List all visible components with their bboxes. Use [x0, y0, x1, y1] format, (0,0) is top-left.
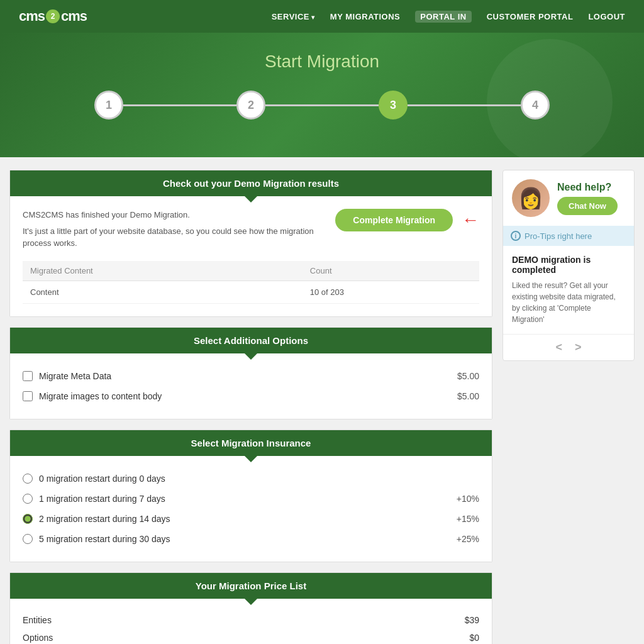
option-label-1: Migrate Meta Data [39, 371, 111, 381]
nav-user2[interactable]: CUSTOMER PORTAL [487, 12, 574, 21]
price-label-options: Options [23, 633, 53, 643]
insurance-row-0: 0 migration restart during 0 days [23, 469, 479, 489]
hero: Start Migration 1 2 3 4 [0, 33, 644, 157]
option-price-2: $5.00 [457, 391, 479, 401]
step-3[interactable]: 3 [379, 91, 408, 119]
step-circle-2: 2 [236, 91, 265, 119]
tip-text: Liked the result? Get all your existing … [512, 280, 625, 325]
pro-tips-bar: i Pro-Tips right here [503, 226, 634, 246]
table-row: Content 10 of 203 [23, 280, 479, 303]
demo-line1: CMS2CMS has finished your Demo Migration… [23, 209, 335, 221]
nav-service[interactable]: SERVICE [272, 12, 315, 21]
step-2[interactable]: 2 [236, 91, 265, 119]
option-left-2: Migrate images to content body [23, 391, 162, 401]
price-label-entities: Entities [23, 615, 52, 625]
price-row-options: Options $0 [23, 629, 479, 645]
insurance-row-3: 5 migration restart during 30 days +25% [23, 529, 479, 549]
avatar: 👩 [512, 179, 550, 217]
insurance-radio-3[interactable] [23, 534, 33, 544]
avatar-face: 👩 [518, 186, 543, 210]
pro-tips-label: Pro-Tips right here [525, 231, 592, 241]
arrow-indicator: ← [462, 211, 479, 229]
tip-body: DEMO migration is completed Liked the re… [503, 246, 634, 334]
option-left-1: Migrate Meta Data [23, 371, 111, 381]
card-next-button[interactable]: > [575, 341, 582, 354]
step-4[interactable]: 4 [521, 91, 550, 119]
insurance-left-2: 2 migration restart during 14 days [23, 514, 170, 524]
insurance-price-3: +25% [457, 534, 479, 544]
demo-section-header: Check out your Demo Migration results [10, 170, 492, 196]
insurance-section: Select Migration Insurance 0 migration r… [9, 430, 492, 562]
help-top: 👩 Need help? Chat Now [503, 170, 634, 226]
chat-now-button[interactable]: Chat Now [557, 197, 618, 215]
help-right: Need help? Chat Now [557, 182, 618, 215]
insurance-label-1: 1 migration restart during 7 days [39, 494, 165, 504]
insurance-price-2: +15% [457, 514, 479, 524]
price-value-entities: $39 [465, 615, 479, 625]
logo-text-cms1: cms [19, 8, 45, 25]
option-checkbox-1[interactable] [23, 371, 33, 381]
option-row-2: Migrate images to content body $5.00 [23, 386, 479, 406]
options-body: Migrate Meta Data $5.00 Migrate images t… [10, 353, 492, 419]
demo-text: CMS2CMS has finished your Demo Migration… [23, 209, 335, 253]
step-line-1 [123, 104, 236, 106]
page-body: Check out your Demo Migration results CM… [0, 157, 644, 644]
demo-line2: It's just a little part of your website … [23, 225, 335, 250]
table-cell-value: 10 of 203 [303, 280, 479, 303]
sidebar: 👩 Need help? Chat Now i Pro-Tips right h… [502, 170, 635, 644]
insurance-price-1: +10% [457, 494, 479, 504]
step-circle-3: 3 [379, 91, 408, 119]
insurance-label-2: 2 migration restart during 14 days [39, 514, 170, 524]
insurance-row-1: 1 migration restart during 7 days +10% [23, 489, 479, 509]
insurance-section-header: Select Migration Insurance [10, 430, 492, 456]
table-col2-header: Count [303, 261, 479, 281]
info-icon: i [511, 231, 521, 241]
insurance-row-2: 2 migration restart during 14 days +15% [23, 509, 479, 529]
step-circle-4: 4 [521, 91, 550, 119]
table-col1-header: Migrated Content [23, 261, 303, 281]
step-line-3 [408, 104, 521, 106]
insurance-body: 0 migration restart during 0 days 1 migr… [10, 456, 492, 562]
step-line-2 [265, 104, 379, 106]
nav-logout[interactable]: LOGOUT [588, 12, 625, 21]
insurance-label-3: 5 migration restart during 30 days [39, 534, 170, 544]
stepper: 1 2 3 4 [13, 91, 631, 119]
price-value-options: $0 [469, 633, 479, 643]
price-body: Entities $39 Options $0 Insurance $5.85 … [10, 599, 492, 645]
demo-row: CMS2CMS has finished your Demo Migration… [23, 209, 479, 253]
step-1[interactable]: 1 [94, 91, 123, 119]
logo-icon: 2 [46, 9, 60, 23]
option-label-2: Migrate images to content body [39, 391, 162, 401]
hero-title: Start Migration [13, 52, 631, 72]
insurance-radio-2[interactable] [23, 514, 33, 524]
insurance-radio-0[interactable] [23, 474, 33, 484]
migrated-table: Migrated Content Count Content 10 of 203 [23, 261, 479, 304]
demo-section: Check out your Demo Migration results CM… [9, 170, 492, 317]
insurance-label-0: 0 migration restart during 0 days [39, 474, 165, 484]
card-prev-button[interactable]: < [555, 341, 562, 354]
main-content: Check out your Demo Migration results CM… [9, 170, 492, 644]
price-row-entities: Entities $39 [23, 611, 479, 629]
options-section: Select Additional Options Migrate Meta D… [9, 327, 492, 419]
table-cell-label: Content [23, 280, 303, 303]
option-checkbox-2[interactable] [23, 391, 33, 401]
price-section-header: Your Migration Price List [10, 573, 492, 599]
price-section: Your Migration Price List Entities $39 O… [9, 572, 492, 645]
card-nav: < > [503, 334, 634, 360]
insurance-radio-1[interactable] [23, 494, 33, 504]
help-card: 👩 Need help? Chat Now i Pro-Tips right h… [502, 170, 635, 361]
insurance-left-1: 1 migration restart during 7 days [23, 494, 165, 504]
options-section-header: Select Additional Options [10, 328, 492, 353]
option-price-1: $5.00 [457, 371, 479, 381]
complete-migration-button-top[interactable]: Complete Migration [335, 209, 453, 231]
nav-my-migrations[interactable]: MY MIGRATIONS [330, 12, 400, 21]
insurance-left-0: 0 migration restart during 0 days [23, 474, 165, 484]
help-title: Need help? [557, 182, 618, 193]
insurance-left-3: 5 migration restart during 30 days [23, 534, 170, 544]
step-circle-1: 1 [94, 91, 123, 119]
demo-body: CMS2CMS has finished your Demo Migration… [10, 196, 492, 316]
main-nav: SERVICE MY MIGRATIONS PORTAL IN CUSTOMER… [272, 11, 625, 23]
nav-user1[interactable]: PORTAL IN [415, 11, 471, 23]
demo-actions: Complete Migration ← [335, 209, 479, 231]
logo: cms 2 cms [19, 8, 87, 25]
